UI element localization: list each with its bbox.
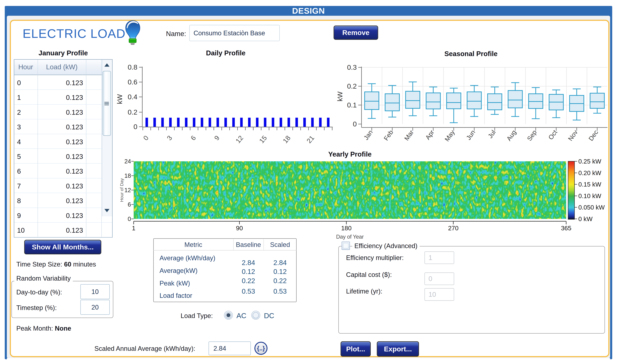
svg-text:18: 18 bbox=[124, 172, 131, 179]
svg-text:Seasonal Profile: Seasonal Profile bbox=[444, 50, 497, 58]
svg-text:Sep: Sep bbox=[526, 129, 538, 142]
svg-text:Aug: Aug bbox=[505, 129, 517, 142]
svg-text:0.15 kW: 0.15 kW bbox=[578, 181, 601, 188]
svg-text:Dec: Dec bbox=[587, 129, 599, 142]
svg-text:1: 1 bbox=[132, 225, 135, 232]
svg-text:6: 6 bbox=[128, 201, 131, 208]
svg-text:kW: kW bbox=[116, 94, 123, 104]
svg-text:0 kW: 0 kW bbox=[578, 215, 593, 222]
svg-text:6: 6 bbox=[189, 134, 197, 142]
svg-text:Apr: Apr bbox=[424, 129, 436, 141]
svg-text:270: 270 bbox=[448, 225, 458, 232]
svg-text:Oct: Oct bbox=[547, 129, 559, 141]
svg-text:Day of Year: Day of Year bbox=[336, 234, 364, 240]
svg-text:9: 9 bbox=[213, 134, 221, 142]
svg-text:Feb: Feb bbox=[382, 129, 395, 142]
svg-text:0.2: 0.2 bbox=[347, 82, 357, 90]
svg-text:May: May bbox=[443, 129, 456, 143]
svg-text:0: 0 bbox=[353, 120, 357, 128]
svg-text:0.8: 0.8 bbox=[128, 63, 137, 71]
svg-text:90: 90 bbox=[236, 225, 243, 232]
svg-text:Hour of Day: Hour of Day bbox=[119, 178, 124, 202]
svg-text:Mar: Mar bbox=[403, 129, 415, 142]
svg-text:0.10 kW: 0.10 kW bbox=[578, 193, 601, 199]
svg-text:0: 0 bbox=[128, 216, 131, 222]
svg-text:Jun: Jun bbox=[465, 129, 476, 141]
svg-text:21: 21 bbox=[305, 134, 316, 145]
svg-text:Yearly Profile: Yearly Profile bbox=[328, 150, 372, 158]
svg-text:Jul: Jul bbox=[486, 129, 497, 140]
svg-text:kW: kW bbox=[336, 91, 344, 101]
svg-text:12: 12 bbox=[124, 187, 131, 193]
svg-text:365: 365 bbox=[561, 225, 571, 232]
svg-text:0: 0 bbox=[142, 134, 150, 142]
svg-text:0.25 kW: 0.25 kW bbox=[578, 158, 601, 165]
svg-text:0.2: 0.2 bbox=[128, 108, 137, 116]
svg-text:3: 3 bbox=[165, 134, 174, 142]
svg-text:18: 18 bbox=[281, 134, 292, 145]
svg-text:180: 180 bbox=[341, 225, 351, 232]
svg-text:24: 24 bbox=[124, 158, 131, 165]
svg-text:0.1: 0.1 bbox=[347, 101, 357, 109]
svg-text:0.4: 0.4 bbox=[128, 93, 137, 101]
svg-text:15: 15 bbox=[258, 134, 268, 145]
svg-text:0.6: 0.6 bbox=[128, 78, 137, 86]
svg-text:0.3: 0.3 bbox=[347, 63, 357, 71]
svg-text:12: 12 bbox=[234, 134, 245, 145]
svg-text:0.050 kW: 0.050 kW bbox=[578, 204, 605, 211]
svg-text:Nov: Nov bbox=[567, 129, 579, 142]
svg-text:0.20 kW: 0.20 kW bbox=[578, 169, 601, 176]
svg-text:Jan: Jan bbox=[362, 129, 374, 141]
svg-text:0: 0 bbox=[134, 123, 137, 130]
